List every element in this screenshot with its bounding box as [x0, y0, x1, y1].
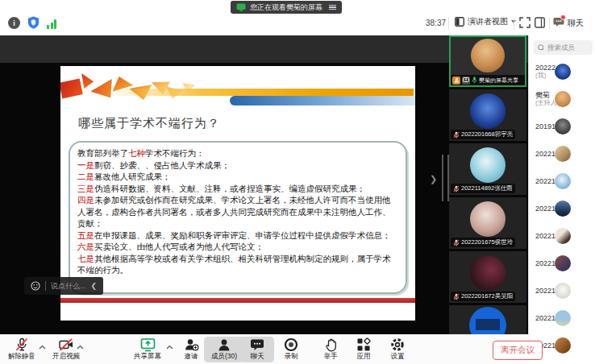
member-row[interactable]: 樊菊(主持人 [529, 85, 595, 113]
video-options-chevron[interactable] [77, 345, 84, 350]
member-search[interactable] [534, 40, 593, 55]
notification-text: 您正在观看樊菊的屏幕 [250, 2, 322, 13]
screen-share-badge-icon [462, 77, 470, 85]
quick-chat-bar[interactable]: 说点什么... ❮ [24, 277, 103, 295]
leave-meeting-button[interactable]: 离开会议 [493, 341, 543, 360]
slide-decoration [60, 79, 83, 99]
avatar [555, 255, 571, 271]
mic-muted-icon [453, 239, 460, 246]
settings-button[interactable]: 设置 [379, 337, 416, 362]
record-button[interactable]: 录制 [273, 337, 310, 362]
bottom-toolbar: 解除静音 开启视频 共享屏幕 邀请 成员(30) 聊天 录制 [0, 334, 531, 364]
scrollbar[interactable] [442, 155, 449, 201]
view-mode-label: 演讲者视图 [468, 16, 508, 27]
video-thumb[interactable]: 2022201668郭宇亮 [449, 89, 526, 141]
slide-decoration-blue-swoosh [230, 96, 415, 105]
avatar [555, 146, 571, 162]
security-shield-icon[interactable] [27, 16, 40, 29]
slide-line: 三是伪造科研数据、资料、文献、注释，或者捏造事实、编造虚假研究成果； [77, 183, 398, 195]
raise-hand-button[interactable]: 举手 [312, 337, 349, 362]
thumb-label: 2022201672吴昊阳 [461, 292, 513, 300]
raise-hand-icon [324, 337, 338, 352]
shared-screen-area: 哪些属于学术不端行为？ 教育部列举了七种学术不端行为： 一是剽窃、抄袭、、侵占他… [0, 35, 528, 334]
side-panel-icon[interactable] [535, 17, 545, 28]
expand-panel-icon[interactable]: ❯ [430, 174, 437, 184]
collapse-left-icon[interactable]: ❮ [91, 282, 98, 290]
apps-button[interactable]: 应用 [345, 337, 382, 362]
avatar [555, 337, 571, 354]
thumb-label: 2022201668郭宇亮 [461, 130, 513, 139]
slide-text-box: 教育部列举了七种学术不端行为： 一是剽窃、抄袭、、侵占他人学术成果； 二是篡改他… [69, 141, 407, 294]
divider [45, 281, 46, 291]
member-list-panel: 20222(我) 樊菊(主持人 20191 20221 20221 20221 … [528, 35, 595, 364]
gear-icon [390, 337, 405, 352]
members-button[interactable]: 成员(30) [204, 337, 244, 362]
emoji-icon[interactable] [31, 281, 40, 291]
video-thumb-presenter[interactable]: 樊菊的屏幕共享 [449, 35, 526, 87]
mic-options-chevron[interactable] [39, 345, 46, 350]
mic-muted-icon [453, 293, 460, 300]
member-row[interactable]: 20221 [529, 304, 595, 332]
search-icon [538, 44, 543, 52]
invite-person-icon [184, 337, 199, 352]
video-thumb[interactable]: 2022201675侯世玲 [449, 197, 526, 249]
avatar [470, 147, 506, 183]
slide-line: 教育部列举了七种学术不端行为： [77, 147, 398, 159]
avatar [470, 255, 506, 291]
network-signal-icon[interactable] [47, 19, 56, 29]
start-video-button[interactable]: 开启视频 [48, 337, 85, 362]
chat-button[interactable]: 聊天 [240, 337, 274, 362]
host-badge-icon [452, 77, 460, 85]
avatar [555, 228, 571, 244]
avatar [555, 201, 571, 217]
quick-chat-placeholder[interactable]: 说点什么... [51, 281, 86, 292]
thumb-label: 2022114892张仕雨 [461, 184, 513, 192]
slide-line: 四是未参加研究或创作而在研究成果、学术论文上署名，未经他人许可而不当使用他人署名… [77, 194, 398, 230]
slide-decoration-orange-bar [109, 89, 414, 96]
share-screen-button[interactable]: 共享屏幕 [129, 337, 166, 362]
divider [549, 17, 550, 30]
member-search-input[interactable] [546, 43, 589, 52]
share-screen-icon [140, 337, 156, 352]
chat-panel-title: 聊天 [568, 18, 584, 29]
slide-line: 七是其他根据高等学校或者有关学术组织、相关科研管理机构制定的规则，属于学术不端的… [77, 253, 398, 276]
screen-watch-notification[interactable]: 您正在观看樊菊的屏幕 [231, 1, 342, 14]
slide-line: 五是在申报课题、成果、奖励和职务评审评定、申请学位过程中提供虚假学术信息； [77, 230, 398, 242]
member-row[interactable]: 20221 [529, 195, 595, 222]
video-thumb[interactable]: 2022114892张仕雨 [449, 143, 526, 195]
chat-bubble-icon [250, 338, 264, 352]
member-row[interactable]: 20221 [529, 277, 595, 304]
mic-on-icon [472, 77, 477, 84]
avatar [555, 310, 571, 326]
meeting-info-icon[interactable]: i [8, 17, 20, 29]
mic-muted-icon [453, 185, 460, 192]
meeting-window: 您正在观看樊菊的屏幕 i 38:37 演讲者视图 聊天 [0, 0, 595, 364]
avatar [555, 118, 571, 134]
member-row[interactable]: 20221 [529, 168, 595, 195]
avatar [470, 93, 506, 129]
chat-unread-dot [560, 14, 566, 20]
record-icon [284, 337, 298, 352]
member-row[interactable]: 20221 [529, 250, 595, 277]
slide-line: 一是剽窃、抄袭、、侵占他人学术成果； [77, 159, 398, 172]
presentation-slide: 哪些属于学术不端行为？ 教育部列举了七种学术不端行为： 一是剽窃、抄袭、、侵占他… [60, 66, 415, 321]
member-row[interactable]: 20191 [529, 113, 595, 140]
divider [448, 17, 449, 30]
avatar [555, 173, 571, 189]
slide-bottom-red-band [60, 298, 415, 303]
top-toolbar: i 38:37 演讲者视图 聊天 [0, 11, 595, 35]
divider [514, 17, 514, 30]
apps-grid-icon [356, 337, 371, 352]
view-mode-dropdown[interactable]: 演讲者视图 [455, 16, 516, 27]
chat-panel-header[interactable]: 聊天 [553, 16, 584, 31]
notification-menu-icon[interactable] [329, 5, 336, 10]
member-row[interactable]: 20221 [529, 140, 595, 168]
avatar [555, 91, 571, 107]
unmute-button[interactable]: 解除静音 [3, 337, 40, 362]
video-thumb[interactable]: 2022201672吴昊阳 [449, 251, 526, 303]
thumb-label: 樊菊的屏幕共享 [479, 77, 518, 85]
member-row[interactable]: 20221 [529, 222, 595, 250]
member-row[interactable]: 20222(我) [529, 58, 595, 85]
fullscreen-icon[interactable] [519, 17, 531, 28]
members-icon [217, 338, 231, 352]
